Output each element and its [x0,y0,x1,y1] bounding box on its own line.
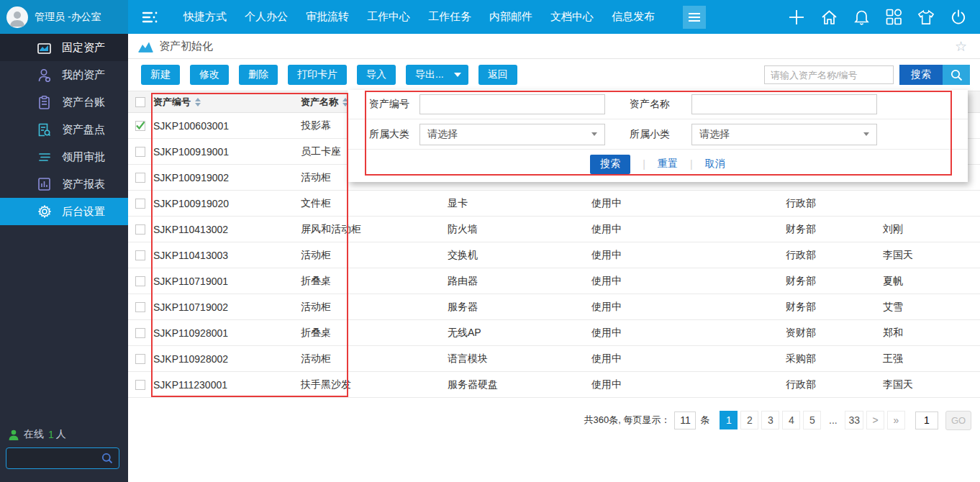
cell-code: SJKP110413003 [152,250,299,261]
chevron-down-icon [863,132,869,136]
collapse-menu-icon[interactable] [141,10,160,24]
page-size-input[interactable] [674,411,696,429]
home-icon[interactable] [820,9,838,26]
avatar[interactable] [6,6,28,28]
sidebar-item-fixed-assets[interactable]: 固定资产 [0,34,128,61]
online-count: 1 [48,429,54,440]
table-row[interactable]: SJKP111230001 扶手黑沙发 服务器硬盘 使用中 行政部 李国天 [128,372,980,398]
cell-code: SJKP100603001 [152,120,299,132]
cell-status: 使用中 [590,301,784,314]
filter-name-input[interactable] [691,94,877,114]
filter-code-input[interactable] [419,94,605,114]
cell-name: 折叠桌 [299,327,446,340]
page-buttons: 1 2 3 4 5 ... 33 > » [720,411,905,429]
nav-item-docs[interactable]: 文档中心 [550,10,594,24]
filter-cancel-link[interactable]: 取消 [705,158,725,170]
page-button-33[interactable]: 33 [845,411,863,429]
page-button-1[interactable]: 1 [720,411,738,429]
sidebar-item-asset-reports[interactable]: 资产报表 [0,170,128,198]
row-checkbox[interactable] [135,173,145,183]
cell-code: SJKP110719001 [152,276,299,287]
table-row[interactable]: SJKP110719002 活动柜 服务器 使用中 财务部 艾雪 [128,294,980,320]
row-checkbox[interactable] [135,250,145,260]
cell-dept: 财务部 [784,223,881,236]
filter-search-button[interactable]: 搜索 [590,155,630,174]
row-checkbox-checked[interactable] [135,121,145,131]
page-button-2[interactable]: 2 [740,411,758,429]
column-header-code[interactable]: 资产编号 [152,96,299,109]
power-icon[interactable] [950,9,967,26]
chevron-down-icon [591,132,597,136]
major-category-select[interactable]: 请选择 [419,124,605,145]
user-area[interactable]: 管理员 -办公室 [0,0,128,34]
nav-item-shortcuts[interactable]: 快捷方式 [183,10,227,24]
pagination-total: 共360条, 每页显示： [584,414,671,427]
nav-item-news[interactable]: 信息发布 [612,10,655,24]
print-card-button[interactable]: 打印卡片 [288,65,347,85]
bell-icon[interactable] [853,9,870,26]
import-button[interactable]: 导入 [357,65,396,85]
edit-button[interactable]: 修改 [190,65,229,85]
page-button-5[interactable]: 5 [803,411,821,429]
shirt-icon[interactable] [917,9,935,26]
minor-category-select[interactable]: 请选择 [691,124,877,145]
apps-icon[interactable] [885,9,902,26]
new-button[interactable]: 新建 [141,65,180,85]
sidebar-item-asset-ledger[interactable]: 资产台账 [0,88,128,116]
favorite-star-icon[interactable]: ☆ [955,40,967,53]
cell-status: 使用中 [590,249,784,262]
table-row[interactable]: SJKP110928002 活动柜 语言模块 使用中 采购部 王强 [128,346,980,372]
nav-item-mail[interactable]: 内部邮件 [489,10,532,24]
nav-item-personal[interactable]: 个人办公 [245,10,288,24]
cell-name2: 显卡 [446,197,590,210]
cell-user: 刘刚 [881,223,980,236]
next-page-button[interactable]: > [866,411,884,429]
table-row[interactable]: SJKP110719001 折叠桌 路由器 使用中 财务部 夏帆 [128,268,980,294]
goto-page-input[interactable] [915,411,938,429]
filter-reset-link[interactable]: 重置 [658,158,678,170]
table-row[interactable]: SJKP100919020 文件柜 显卡 使用中 行政部 [128,191,980,217]
row-checkbox[interactable] [135,276,145,286]
page-button-3[interactable]: 3 [761,411,779,429]
sidebar-item-my-assets[interactable]: 我的资产 [0,61,128,88]
nav-item-approval[interactable]: 审批流转 [306,10,349,24]
table-row[interactable]: SJKP110413003 活动柜 交换机 使用中 行政部 李国天 [128,242,980,268]
cell-user: 李国天 [881,249,980,262]
row-checkbox[interactable] [135,328,145,338]
cell-status: 使用中 [590,223,784,236]
sort-icon[interactable] [195,98,201,106]
row-checkbox[interactable] [135,302,145,312]
back-button[interactable]: 返回 [478,65,517,85]
chevron-down-icon [454,73,461,77]
cell-status: 使用中 [590,275,784,288]
row-checkbox[interactable] [135,199,145,209]
filter-panel: 资产编号 资产名称 所属大类 请选择 所属小类 请选择 搜索 | 重置 | 取消 [348,90,968,182]
hamburger-menu-icon[interactable] [683,6,706,29]
select-all-checkbox[interactable] [135,97,145,107]
cell-name2: 语言模块 [446,353,590,365]
nav-item-tasks[interactable]: 工作任务 [428,10,471,24]
sidebar-item-asset-inventory[interactable]: 资产盘点 [0,116,128,143]
plus-icon[interactable] [788,9,805,26]
search-button[interactable]: 搜索 [899,65,943,85]
topbar: 管理员 -办公室 快捷方式 个人办公 审批流转 工作中心 工作任务 内部邮件 文… [0,0,980,34]
delete-button[interactable]: 删除 [239,65,278,85]
search-magnifier-button[interactable] [943,65,970,85]
row-checkbox[interactable] [135,380,145,390]
row-checkbox[interactable] [135,354,145,364]
sidebar-search-input[interactable] [6,453,101,464]
asset-search-input[interactable] [764,65,894,84]
sidebar-item-label: 资产盘点 [62,123,105,137]
sidebar-search-icon[interactable] [101,453,113,464]
table-row[interactable]: SJKP110413002 屏风和活动柜 防火墙 使用中 财务部 刘刚 [128,217,980,242]
go-button[interactable]: GO [945,411,971,430]
sidebar-item-backend-settings[interactable]: 后台设置 [0,198,128,225]
row-checkbox[interactable] [135,147,145,157]
export-dropdown-button[interactable]: 导出... [406,65,468,85]
sidebar-item-requisition-approval[interactable]: 领用审批 [0,143,128,170]
nav-item-workcenter[interactable]: 工作中心 [367,10,410,24]
row-checkbox[interactable] [135,224,145,235]
page-button-4[interactable]: 4 [782,411,800,429]
table-row[interactable]: SJKP110928001 折叠桌 无线AP 使用中 资财部 郑和 [128,320,980,346]
last-page-button[interactable]: » [887,411,905,429]
